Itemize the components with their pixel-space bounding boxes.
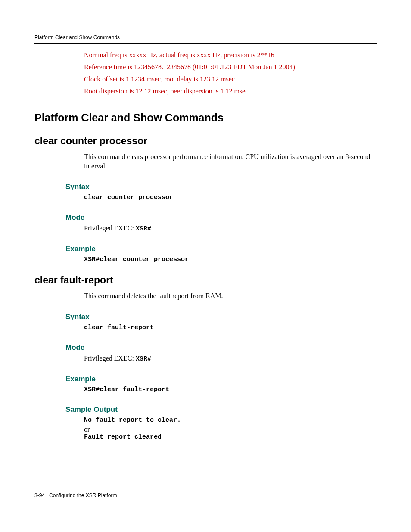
page-number: 3-94 [34,492,45,498]
mode-prefix: Privileged EXEC: [84,224,136,232]
output-line: Root dispersion is 12.12 msec, peer disp… [84,87,377,95]
subheading-mode: Mode [65,343,377,352]
sample-output-line: No fault report to clear. [84,417,377,424]
description-text: This command clears processor performanc… [84,152,377,171]
heading-1: Platform Clear and Show Commands [34,112,377,124]
subheading-example: Example [65,245,377,253]
chapter-title: Configuring the XSR Platform [49,492,117,498]
heading-clear-counter-processor: clear counter processor [34,135,377,147]
description-text: This command deletes the fault report fr… [84,291,377,301]
subheading-mode: Mode [65,213,377,222]
mode-text: Privileged EXEC: XSR# [84,355,377,363]
syntax-code: clear fault-report [84,324,377,331]
mode-code: XSR# [136,225,151,233]
subheading-sample-output: Sample Output [65,405,377,414]
sample-output-or: or [84,426,377,433]
mode-text: Privileged EXEC: XSR# [84,224,377,233]
syntax-code: clear counter processor [84,194,377,201]
page-header: Platform Clear and Show Commands [34,34,377,44]
example-code: XSR#clear fault-report [84,386,377,393]
sample-output-line: Fault report cleared [84,433,377,441]
output-line: Clock offset is 1.1234 msec, root delay … [84,75,377,83]
page-footer: 3-94 Configuring the XSR Platform [34,492,377,498]
mode-prefix: Privileged EXEC: [84,355,136,362]
heading-clear-fault-report: clear fault-report [34,274,377,286]
mode-code: XSR# [136,355,151,363]
subheading-syntax: Syntax [65,183,377,191]
subheading-example: Example [65,375,377,383]
output-line: Nominal freq is xxxxx Hz, actual freq is… [84,51,377,59]
example-code: XSR#clear counter processor [84,256,377,263]
output-block: Nominal freq is xxxxx Hz, actual freq is… [84,51,377,95]
subheading-syntax: Syntax [65,313,377,321]
output-line: Reference time is 12345678.12345678 (01:… [84,63,377,71]
